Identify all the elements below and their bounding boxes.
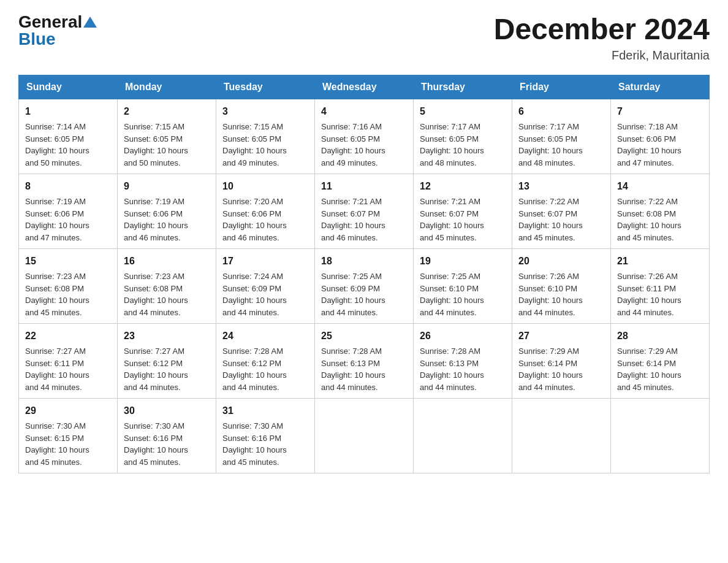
table-row: 12 Sunrise: 7:21 AM Sunset: 6:07 PM Dayl…: [414, 174, 512, 249]
table-row: 7 Sunrise: 7:18 AM Sunset: 6:06 PM Dayli…: [611, 99, 710, 174]
daylight-info: Daylight: 10 hours: [124, 146, 188, 155]
sunset-info: Sunset: 6:15 PM: [25, 434, 84, 443]
header-wednesday: Wednesday: [315, 75, 414, 99]
sunset-info: Sunset: 6:12 PM: [222, 359, 281, 368]
table-row: 6 Sunrise: 7:17 AM Sunset: 6:05 PM Dayli…: [512, 99, 611, 174]
sunset-info: Sunset: 6:14 PM: [617, 359, 676, 368]
sunrise-info: Sunrise: 7:15 AM: [222, 122, 283, 131]
table-row: 22 Sunrise: 7:27 AM Sunset: 6:11 PM Dayl…: [19, 324, 118, 399]
table-row: 27 Sunrise: 7:29 AM Sunset: 6:14 PM Dayl…: [512, 324, 611, 399]
table-row: 1 Sunrise: 7:14 AM Sunset: 6:05 PM Dayli…: [19, 99, 118, 174]
day-number: 9: [124, 179, 210, 194]
day-number: 10: [222, 179, 308, 194]
daylight-info: Daylight: 10 hours: [420, 370, 484, 380]
sunrise-info: Sunrise: 7:17 AM: [518, 122, 579, 131]
daylight-minutes: and 49 minutes.: [222, 158, 279, 167]
day-header-row: Sunday Monday Tuesday Wednesday Thursday…: [19, 75, 710, 99]
sunrise-info: Sunrise: 7:14 AM: [25, 122, 86, 131]
week-row-5: 29 Sunrise: 7:30 AM Sunset: 6:15 PM Dayl…: [19, 399, 710, 473]
table-row: 15 Sunrise: 7:23 AM Sunset: 6:08 PM Dayl…: [19, 249, 118, 324]
day-number: 16: [124, 254, 210, 269]
sunrise-info: Sunrise: 7:27 AM: [124, 347, 184, 356]
daylight-minutes: and 45 minutes.: [25, 458, 82, 467]
table-row: 11 Sunrise: 7:21 AM Sunset: 6:07 PM Dayl…: [315, 174, 414, 249]
day-number: 20: [518, 254, 604, 269]
page-header: General Blue December 2024 Fderik, Mauri…: [18, 12, 710, 63]
daylight-info: Daylight: 10 hours: [25, 296, 89, 305]
daylight-info: Daylight: 10 hours: [321, 370, 385, 380]
daylight-minutes: and 44 minutes.: [518, 383, 575, 392]
header-monday: Monday: [118, 75, 216, 99]
daylight-info: Daylight: 10 hours: [25, 221, 89, 230]
sunrise-info: Sunrise: 7:24 AM: [222, 272, 283, 281]
daylight-minutes: and 45 minutes.: [617, 383, 674, 392]
daylight-info: Daylight: 10 hours: [222, 370, 287, 380]
table-row: 9 Sunrise: 7:19 AM Sunset: 6:06 PM Dayli…: [118, 174, 216, 249]
sunrise-info: Sunrise: 7:23 AM: [25, 272, 86, 281]
sunset-info: Sunset: 6:09 PM: [222, 284, 281, 293]
table-row: 30 Sunrise: 7:30 AM Sunset: 6:16 PM Dayl…: [118, 399, 216, 473]
table-row: 31 Sunrise: 7:30 AM Sunset: 6:16 PM Dayl…: [216, 399, 315, 473]
sunset-info: Sunset: 6:07 PM: [518, 209, 577, 218]
table-row: 18 Sunrise: 7:25 AM Sunset: 6:09 PM Dayl…: [315, 249, 414, 324]
sunset-info: Sunset: 6:05 PM: [420, 134, 479, 144]
logo-blue-text: Blue: [18, 29, 97, 49]
sunset-info: Sunset: 6:13 PM: [420, 359, 479, 368]
daylight-minutes: and 44 minutes.: [617, 308, 674, 317]
daylight-info: Daylight: 10 hours: [25, 370, 89, 380]
sunset-info: Sunset: 6:16 PM: [124, 434, 183, 443]
sunrise-info: Sunrise: 7:22 AM: [518, 197, 579, 206]
sunrise-info: Sunrise: 7:30 AM: [124, 421, 184, 431]
daylight-minutes: and 44 minutes.: [25, 383, 82, 392]
day-number: 23: [124, 329, 210, 343]
table-row: 5 Sunrise: 7:17 AM Sunset: 6:05 PM Dayli…: [414, 99, 512, 174]
day-number: 8: [25, 179, 111, 194]
day-number: 21: [617, 254, 703, 269]
daylight-minutes: and 44 minutes.: [420, 383, 477, 392]
header-thursday: Thursday: [414, 75, 512, 99]
sunrise-info: Sunrise: 7:18 AM: [617, 122, 678, 131]
sunset-info: Sunset: 6:07 PM: [321, 209, 380, 218]
daylight-info: Daylight: 10 hours: [617, 146, 681, 155]
sunrise-info: Sunrise: 7:28 AM: [321, 347, 382, 356]
sunrise-info: Sunrise: 7:26 AM: [518, 272, 579, 281]
daylight-minutes: and 44 minutes.: [124, 383, 181, 392]
table-row: 4 Sunrise: 7:16 AM Sunset: 6:05 PM Dayli…: [315, 99, 414, 174]
sunrise-info: Sunrise: 7:23 AM: [124, 272, 184, 281]
sunrise-info: Sunrise: 7:15 AM: [124, 122, 184, 131]
sunrise-info: Sunrise: 7:27 AM: [25, 347, 86, 356]
daylight-info: Daylight: 10 hours: [124, 296, 188, 305]
table-row: 29 Sunrise: 7:30 AM Sunset: 6:15 PM Dayl…: [19, 399, 118, 473]
table-row: 8 Sunrise: 7:19 AM Sunset: 6:06 PM Dayli…: [19, 174, 118, 249]
daylight-info: Daylight: 10 hours: [124, 370, 188, 380]
sunset-info: Sunset: 6:05 PM: [321, 134, 380, 144]
daylight-info: Daylight: 10 hours: [617, 296, 681, 305]
header-tuesday: Tuesday: [216, 75, 315, 99]
daylight-minutes: and 47 minutes.: [25, 233, 82, 242]
daylight-info: Daylight: 10 hours: [321, 221, 385, 230]
sunset-info: Sunset: 6:13 PM: [321, 359, 380, 368]
daylight-info: Daylight: 10 hours: [617, 370, 681, 380]
daylight-minutes: and 46 minutes.: [124, 233, 181, 242]
day-number: 5: [420, 104, 506, 119]
table-row: 3 Sunrise: 7:15 AM Sunset: 6:05 PM Dayli…: [216, 99, 315, 174]
sunset-info: Sunset: 6:10 PM: [420, 284, 479, 293]
daylight-minutes: and 45 minutes.: [420, 233, 477, 242]
sunrise-info: Sunrise: 7:29 AM: [617, 347, 678, 356]
daylight-info: Daylight: 10 hours: [420, 221, 484, 230]
day-number: 4: [321, 104, 407, 119]
day-number: 27: [518, 329, 604, 343]
day-number: 31: [222, 404, 308, 418]
daylight-minutes: and 44 minutes.: [222, 383, 279, 392]
table-row: 10 Sunrise: 7:20 AM Sunset: 6:06 PM Dayl…: [216, 174, 315, 249]
sunset-info: Sunset: 6:07 PM: [420, 209, 479, 218]
title-section: December 2024 Fderik, Mauritania: [494, 12, 710, 63]
daylight-info: Daylight: 10 hours: [420, 296, 484, 305]
sunset-info: Sunset: 6:12 PM: [124, 359, 183, 368]
daylight-info: Daylight: 10 hours: [518, 296, 583, 305]
daylight-info: Daylight: 10 hours: [617, 221, 681, 230]
daylight-minutes: and 45 minutes.: [124, 458, 181, 467]
day-number: 7: [617, 104, 703, 119]
sunrise-info: Sunrise: 7:16 AM: [321, 122, 382, 131]
day-number: 1: [25, 104, 111, 119]
